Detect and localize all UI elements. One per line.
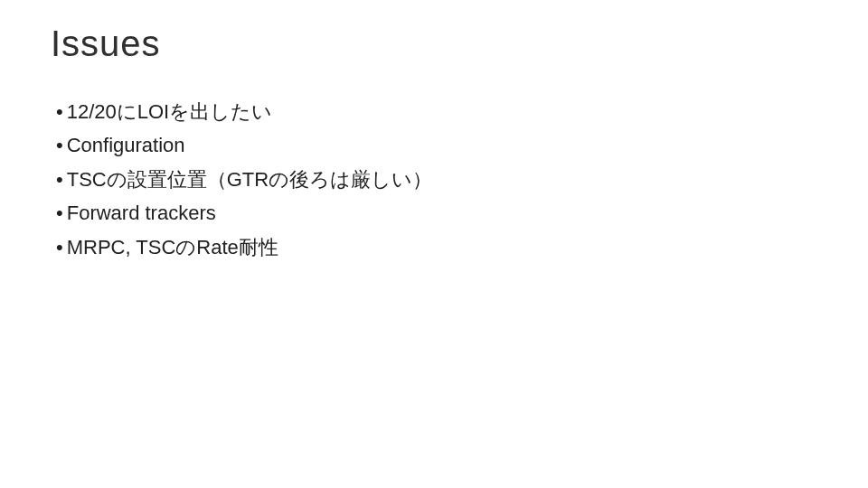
bullet-list: •12/20にLOIを出したい •Configuration •TSCの設置位置… [56, 95, 817, 264]
list-item-text: TSCの設置位置（GTRの後ろは厳しい） [67, 168, 432, 191]
list-item: •12/20にLOIを出したい [56, 95, 817, 128]
bullet-dot-icon: • [56, 236, 63, 258]
bullet-dot-icon: • [56, 134, 63, 156]
list-item: •MRPC, TSCのRate耐性 [56, 230, 817, 264]
bullet-dot-icon: • [56, 168, 63, 191]
slide: Issues •12/20にLOIを出したい •Configuration •T… [0, 0, 868, 488]
list-item-text: 12/20にLOIを出したい [67, 100, 273, 123]
list-item: •Configuration [56, 128, 817, 162]
bullet-dot-icon: • [56, 202, 63, 224]
list-item-text: Forward trackers [67, 202, 216, 224]
list-item-text: MRPC, TSCのRate耐性 [67, 236, 278, 258]
bullet-dot-icon: • [56, 100, 63, 123]
list-item-text: Configuration [67, 134, 185, 156]
slide-title: Issues [51, 23, 817, 64]
list-item: •TSCの設置位置（GTRの後ろは厳しい） [56, 163, 817, 196]
list-item: •Forward trackers [56, 196, 817, 230]
